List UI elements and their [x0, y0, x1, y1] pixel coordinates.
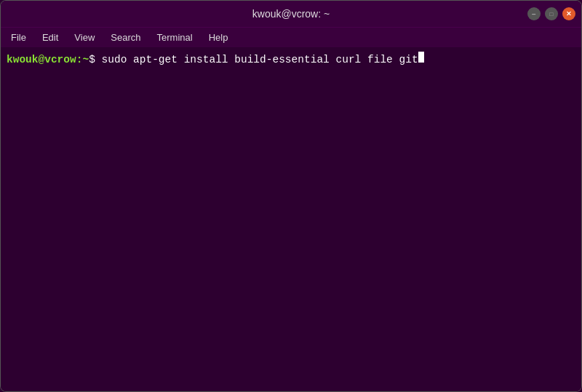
- prompt-symbol: $: [89, 52, 95, 68]
- menu-edit[interactable]: Edit: [35, 31, 65, 44]
- command-text: sudo apt-get install build-essential cur…: [95, 52, 418, 68]
- terminal-line: kwouk@vcrow:~$ sudo apt-get install buil…: [7, 52, 575, 68]
- cursor: [418, 52, 424, 63]
- menu-file[interactable]: File: [4, 31, 33, 44]
- prompt-user: kwouk@vcrow:~: [7, 52, 89, 68]
- window-title: kwouk@vcrow: ~: [252, 8, 330, 20]
- titlebar: kwouk@vcrow: ~: [1, 1, 581, 27]
- minimize-button[interactable]: [527, 7, 541, 20]
- maximize-button[interactable]: [545, 7, 558, 20]
- menu-view[interactable]: View: [67, 31, 102, 44]
- close-button[interactable]: [562, 7, 575, 20]
- menu-help[interactable]: Help: [202, 31, 236, 44]
- menubar: File Edit View Search Terminal Help: [1, 27, 581, 47]
- window-controls: [527, 7, 575, 20]
- menu-terminal[interactable]: Terminal: [150, 31, 200, 44]
- terminal-body[interactable]: kwouk@vcrow:~$ sudo apt-get install buil…: [1, 47, 581, 391]
- terminal-window: kwouk@vcrow: ~ File Edit View Search Ter…: [0, 0, 582, 392]
- menu-search[interactable]: Search: [103, 31, 148, 44]
